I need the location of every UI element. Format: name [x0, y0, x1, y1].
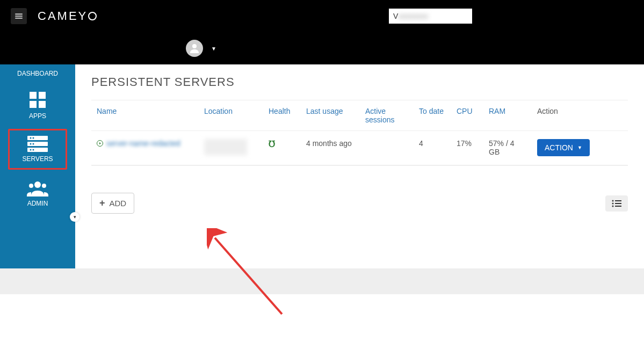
col-name[interactable]: Name — [91, 100, 199, 131]
svg-rect-4 — [39, 101, 46, 108]
table-row: server-name-redacted ℧ 4 months ago 4 17… — [91, 131, 628, 165]
svg-rect-21 — [615, 203, 621, 204]
svg-point-20 — [612, 202, 614, 204]
apps-icon — [28, 91, 47, 109]
svg-point-18 — [612, 200, 614, 201]
svg-point-10 — [33, 143, 34, 145]
health-ok-icon: ℧ — [269, 140, 275, 149]
user-icon — [188, 42, 201, 55]
action-dropdown-button[interactable]: ACTION — [537, 139, 590, 156]
gray-strip — [0, 268, 644, 294]
sidebar-item-apps[interactable]: APPS — [0, 83, 75, 126]
servers-icon — [27, 136, 48, 152]
svg-rect-3 — [30, 101, 37, 108]
top-bar: CAMEY Vxxxxxxxx ▼ — [0, 0, 644, 64]
sidebar-item-admin[interactable]: ADMIN — [0, 172, 75, 214]
svg-point-14 — [34, 181, 41, 188]
svg-point-12 — [30, 149, 32, 151]
logo[interactable]: CAMEY — [38, 9, 97, 23]
col-location[interactable]: Location — [199, 100, 263, 131]
sidebar-item-dashboard[interactable]: DASHBOARD — [0, 64, 75, 83]
svg-point-6 — [30, 137, 32, 139]
col-health[interactable]: Health — [263, 100, 301, 131]
location-cell — [204, 139, 247, 155]
list-icon — [612, 200, 621, 207]
user-dropdown-caret-icon[interactable]: ▼ — [211, 46, 216, 52]
col-to-date[interactable]: To date — [414, 100, 451, 131]
status-running-icon — [97, 140, 103, 147]
sidebar: DASHBOARD APPS SERVERS ADMIN — [0, 64, 75, 268]
cpu-cell: 17% — [451, 131, 483, 165]
svg-point-16 — [42, 184, 46, 188]
server-name-link[interactable]: server-name-redacted — [106, 139, 180, 148]
add-server-button[interactable]: + ADD — [91, 193, 134, 214]
svg-point-7 — [33, 137, 34, 139]
svg-rect-1 — [30, 92, 37, 99]
svg-point-15 — [29, 184, 33, 188]
page-title: PERSISTENT SERVERS — [91, 75, 628, 89]
svg-point-13 — [33, 149, 34, 151]
svg-point-22 — [612, 205, 614, 207]
col-ram[interactable]: RAM — [483, 100, 532, 131]
col-cpu[interactable]: CPU — [451, 100, 483, 131]
hamburger-menu-button[interactable] — [11, 8, 27, 24]
svg-rect-2 — [39, 92, 46, 99]
active-sessions-cell — [360, 131, 414, 165]
col-active-sessions[interactable]: Active sessions — [360, 100, 414, 131]
ram-cell: 57% / 4 GB — [483, 131, 532, 165]
main-content: PERSISTENT SERVERS Name Location Health … — [75, 64, 644, 268]
to-date-cell: 4 — [414, 131, 451, 165]
last-usage-cell: 4 months ago — [301, 131, 360, 165]
svg-rect-19 — [615, 200, 621, 201]
svg-point-9 — [30, 143, 32, 145]
servers-table: Name Location Health Last usage Active s… — [91, 100, 628, 165]
admin-icon — [27, 180, 48, 196]
svg-point-0 — [192, 44, 197, 48]
col-action: Action — [532, 100, 628, 131]
svg-rect-23 — [615, 206, 621, 207]
sidebar-item-servers[interactable]: SERVERS — [8, 129, 67, 170]
plus-icon: + — [99, 198, 105, 209]
search-input[interactable]: Vxxxxxxxx — [389, 9, 472, 24]
logo-o-icon — [88, 12, 97, 20]
user-avatar-button[interactable] — [186, 40, 203, 57]
hamburger-icon — [14, 11, 24, 21]
col-last-usage[interactable]: Last usage — [301, 100, 360, 131]
list-view-button[interactable] — [605, 195, 628, 212]
